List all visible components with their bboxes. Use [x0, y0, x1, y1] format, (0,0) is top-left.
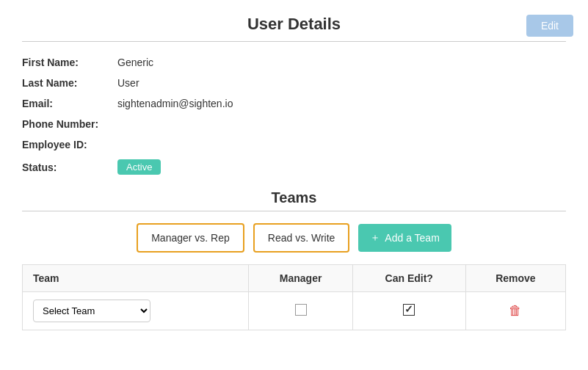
read-vs-write-button[interactable]: Read vs. Write — [253, 223, 350, 253]
add-team-label: Add a Team — [385, 232, 439, 244]
employee-id-label: Employee ID: — [22, 139, 117, 150]
remove-button[interactable]: 🗑 — [509, 303, 522, 319]
first-name-row: First Name: Generic — [22, 57, 566, 68]
teams-section: Teams Manager vs. Rep Read vs. Write ＋ A… — [22, 189, 566, 330]
status-row: Status: Active — [22, 159, 566, 175]
phone-label: Phone Number: — [22, 118, 117, 130]
team-cell: Select Team — [23, 292, 249, 330]
last-name-row: Last Name: User — [22, 77, 566, 89]
teams-table: Team Manager Can Edit? Remove Select Tea… — [22, 264, 566, 330]
teams-buttons-row: Manager vs. Rep Read vs. Write ＋ Add a T… — [22, 223, 566, 253]
remove-cell: 🗑 — [465, 292, 565, 330]
table-row: Select Team 🗑 — [23, 292, 566, 330]
status-badge: Active — [117, 159, 161, 175]
table-header-row: Team Manager Can Edit? Remove — [23, 265, 566, 292]
teams-title: Teams — [22, 189, 566, 211]
plus-icon: ＋ — [370, 231, 380, 244]
trash-icon: 🗑 — [509, 303, 522, 318]
page-wrapper: Edit User Details First Name: Generic La… — [0, 0, 588, 370]
last-name-value: User — [117, 77, 139, 89]
first-name-value: Generic — [117, 57, 153, 68]
first-name-label: First Name: — [22, 57, 117, 68]
status-label: Status: — [22, 162, 117, 173]
col-manager: Manager — [249, 265, 352, 292]
can-edit-cell — [352, 292, 465, 330]
col-team: Team — [23, 265, 249, 292]
phone-row: Phone Number: — [22, 118, 566, 130]
email-label: Email: — [22, 98, 117, 109]
page-title: User Details — [22, 15, 566, 42]
email-row: Email: sightenadmin@sighten.io — [22, 98, 566, 109]
manager-checkbox[interactable] — [295, 304, 307, 316]
manager-cell — [249, 292, 352, 330]
email-value: sightenadmin@sighten.io — [117, 98, 233, 109]
can-edit-checkbox[interactable] — [403, 304, 415, 316]
col-remove: Remove — [465, 265, 565, 292]
manager-vs-rep-button[interactable]: Manager vs. Rep — [137, 223, 244, 253]
edit-button[interactable]: Edit — [526, 15, 573, 37]
user-details: First Name: Generic Last Name: User Emai… — [22, 57, 566, 175]
add-team-button[interactable]: ＋ Add a Team — [358, 224, 451, 252]
last-name-label: Last Name: — [22, 77, 117, 89]
employee-id-row: Employee ID: — [22, 139, 566, 150]
team-select[interactable]: Select Team — [33, 300, 150, 322]
col-can-edit: Can Edit? — [352, 265, 465, 292]
